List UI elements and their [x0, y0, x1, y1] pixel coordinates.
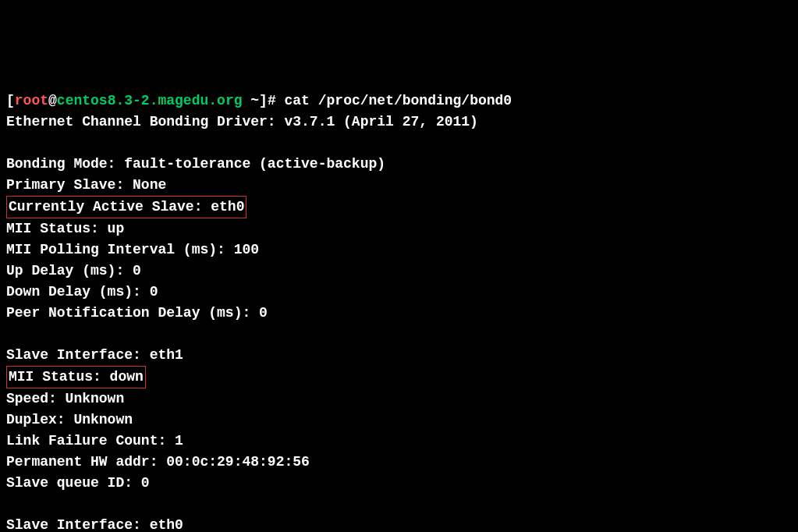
- output-down-delay: Down Delay (ms): 0: [6, 284, 158, 300]
- prompt-at: @: [48, 93, 57, 108]
- output-up-delay: Up Delay (ms): 0: [6, 263, 141, 278]
- output-bonding-mode: Bonding Mode: fault-tolerance (active-ba…: [6, 156, 385, 172]
- prompt-path: ~: [242, 93, 259, 108]
- bracket-open: [: [6, 93, 15, 108]
- output-slave1-duplex: Duplex: Unknown: [6, 412, 133, 427]
- output-mii-polling: MII Polling Interval (ms): 100: [6, 242, 259, 257]
- output-slave0-interface: Slave Interface: eth0: [6, 517, 183, 532]
- highlight-active-slave: Currently Active Slave: eth0: [6, 196, 246, 218]
- prompt-host: centos8.3-2.magedu.org: [57, 93, 243, 108]
- highlight-slave1-mii-down: MII Status: down: [6, 366, 146, 388]
- output-slave1-speed: Speed: Unknown: [6, 391, 124, 406]
- prompt-line: [root@centos8.3-2.magedu.org ~]# cat /pr…: [6, 93, 512, 108]
- output-blank: [6, 326, 15, 342]
- output-primary-slave: Primary Slave: None: [6, 177, 166, 193]
- output-slave1-queue: Slave queue ID: 0: [6, 475, 150, 491]
- output-peer-delay: Peer Notification Delay (ms): 0: [6, 305, 268, 321]
- terminal[interactable]: [root@centos8.3-2.magedu.org ~]# cat /pr…: [6, 90, 792, 532]
- output-slave1-linkfail: Link Failure Count: 1: [6, 433, 183, 449]
- output-slave1-hwaddr: Permanent HW addr: 00:0c:29:48:92:56: [6, 454, 310, 470]
- bracket-close: ]: [259, 93, 268, 108]
- command-text: cat /proc/net/bonding/bond0: [285, 93, 512, 108]
- output-blank: [6, 496, 15, 512]
- output-mii-status: MII Status: up: [6, 221, 124, 236]
- prompt-user: root: [15, 93, 48, 108]
- output-slave1-mii: MII Status: down: [9, 369, 144, 385]
- prompt-hash: #: [268, 93, 285, 108]
- output-slave1-interface: Slave Interface: eth1: [6, 347, 183, 363]
- output-active-slave: Currently Active Slave: eth0: [9, 199, 244, 215]
- output-blank: [6, 135, 15, 151]
- output-driver-version: Ethernet Channel Bonding Driver: v3.7.1 …: [6, 114, 478, 129]
